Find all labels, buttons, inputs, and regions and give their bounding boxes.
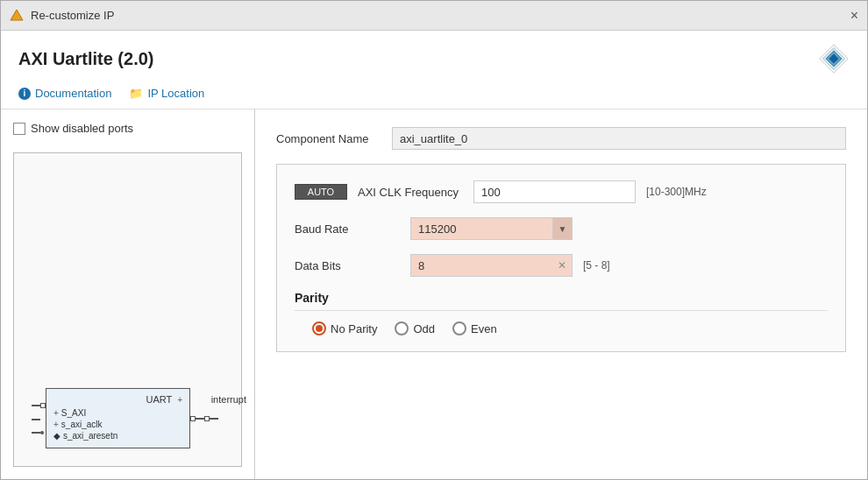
parity-section: Parity No Parity Odd [295, 291, 828, 335]
s-axi-aresetn-label: s_axi_aresetn [63, 431, 117, 441]
right-panel: Component Name AUTO AXI CLK Frequency [1… [255, 109, 867, 479]
even-radio[interactable] [452, 321, 466, 335]
window-icon [10, 9, 24, 23]
data-bits-label: Data Bits [295, 259, 400, 272]
baud-dropdown-arrow[interactable]: ▼ [552, 218, 572, 239]
parity-options: No Parity Odd Even [295, 321, 828, 335]
uart-block-title: UART + [53, 394, 182, 405]
port-s-axi: + S_AXI [53, 408, 182, 418]
left-wires [32, 403, 46, 434]
baud-rate-row: Baud Rate 115200 ▼ [295, 217, 828, 240]
baud-rate-select[interactable]: 115200 ▼ [410, 217, 573, 240]
show-ports-text: Show disabled ports [31, 122, 133, 135]
left-wire-1 [32, 403, 46, 408]
header-section: AXI Uartlite (2.0) i Documentation 📁 IP … [1, 31, 867, 109]
app-title-row: AXI Uartlite (2.0) [18, 43, 850, 74]
window-title: Re-customize IP [31, 9, 114, 22]
interrupt-label: interrupt [211, 394, 246, 405]
data-bits-clear-button[interactable]: ✕ [552, 255, 572, 276]
title-bar-left: Re-customize IP [10, 9, 114, 23]
left-wire-3 [32, 431, 46, 434]
data-bits-input-wrapper: 8 ✕ [410, 254, 573, 277]
port-s-axi-aresetn: ◆ s_axi_aresetn [53, 431, 182, 441]
documentation-link[interactable]: i Documentation [18, 87, 111, 100]
app-title-text: AXI Uartlite (2.0) [18, 49, 153, 69]
show-ports-label[interactable]: Show disabled ports [13, 122, 242, 135]
config-box: AUTO AXI CLK Frequency [10-300]MHz Baud … [276, 164, 846, 352]
baud-rate-label: Baud Rate [295, 222, 400, 236]
block-diagram: UART + + S_AXI + s_axi_aclk ◆ [13, 152, 242, 467]
documentation-label: Documentation [35, 87, 111, 100]
s-axi-aclk-label: s_axi_aclk [61, 420, 103, 429]
odd-radio[interactable] [395, 321, 409, 335]
plus-icon-1: + [53, 408, 59, 418]
axi-clk-input[interactable] [473, 180, 636, 203]
parity-no-parity[interactable]: No Parity [312, 321, 377, 335]
left-wire-2 [32, 419, 46, 420]
right-wires [190, 416, 218, 421]
odd-label: Odd [413, 322, 435, 335]
axi-clk-row: AUTO AXI CLK Frequency [10-300]MHz [295, 180, 828, 203]
vivado-logo-icon [818, 43, 850, 74]
nav-links: i Documentation 📁 IP Location [18, 87, 850, 100]
content-area: Show disabled ports [1, 109, 867, 479]
no-parity-radio[interactable] [312, 321, 326, 335]
even-label: Even [471, 322, 497, 335]
uart-block: UART + + S_AXI + s_axi_aclk ◆ [46, 388, 190, 448]
title-bar: Re-customize IP × [1, 1, 867, 31]
component-name-row: Component Name [276, 127, 846, 150]
no-parity-label: No Parity [331, 322, 377, 335]
ip-location-link[interactable]: 📁 IP Location [129, 87, 204, 100]
no-parity-radio-inner [316, 325, 323, 332]
plus-icon-2: + [53, 420, 59, 429]
info-icon: i [18, 88, 31, 100]
right-labels: interrupt [211, 394, 246, 405]
parity-even[interactable]: Even [452, 321, 497, 335]
block-inner: UART + + S_AXI + s_axi_aclk ◆ [32, 388, 218, 448]
component-name-input[interactable] [392, 127, 846, 150]
port-s-axi-aclk: + s_axi_aclk [53, 420, 182, 429]
data-bits-value: 8 [418, 259, 552, 272]
data-bits-row: Data Bits 8 ✕ [5 - 8] [295, 254, 828, 277]
ip-location-label: IP Location [147, 87, 204, 100]
dot-icon: ◆ [53, 431, 60, 441]
right-wire-1 [190, 416, 218, 421]
folder-icon: 📁 [129, 87, 143, 100]
s-axi-label: S_AXI [61, 408, 86, 418]
baud-rate-value: 115200 [418, 222, 552, 236]
component-name-label: Component Name [276, 132, 381, 145]
axi-clk-label: AXI CLK Frequency [358, 186, 463, 199]
parity-title: Parity [295, 291, 828, 311]
close-button[interactable]: × [850, 9, 858, 23]
data-bits-range: [5 - 8] [583, 259, 610, 272]
axi-clk-unit: [10-300]MHz [646, 186, 707, 198]
show-ports-checkbox[interactable] [13, 123, 25, 135]
auto-badge: AUTO [295, 184, 347, 200]
main-window: Re-customize IP × AXI Uartlite (2.0) i D… [0, 0, 868, 480]
left-panel: Show disabled ports [1, 109, 255, 479]
uart-label: UART [146, 394, 172, 405]
svg-marker-0 [11, 10, 23, 20]
parity-odd[interactable]: Odd [395, 321, 435, 335]
